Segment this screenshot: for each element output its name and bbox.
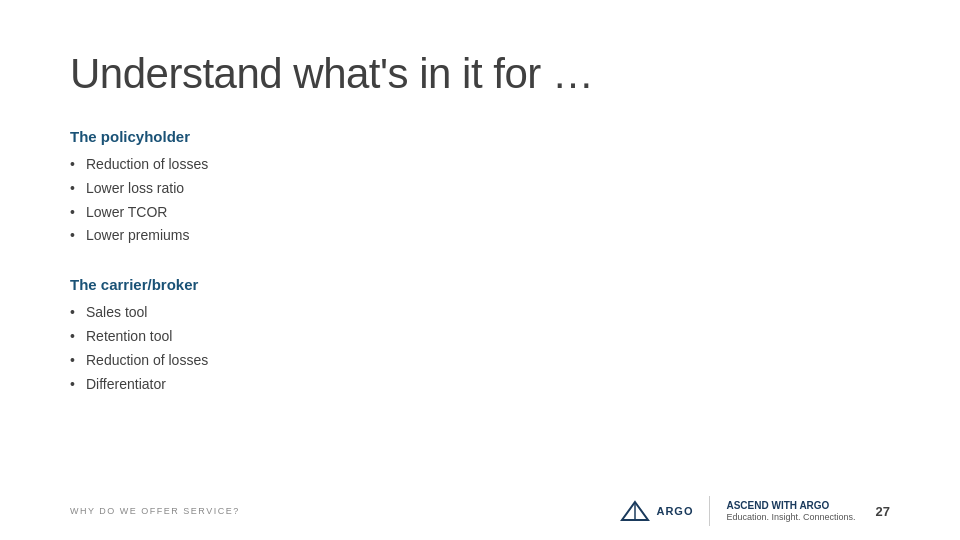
list-item: Retention tool — [70, 325, 890, 349]
carrier-broker-heading: The carrier/broker — [70, 276, 890, 293]
list-item: Differentiator — [70, 373, 890, 397]
page-number: 27 — [876, 504, 890, 519]
argo-logo: ARGO — [620, 500, 693, 522]
section-carrier-broker: The carrier/broker Sales tool Retention … — [70, 276, 890, 396]
list-item: Lower premiums — [70, 224, 890, 248]
ascend-title: ASCEND WITH ARGO — [726, 499, 855, 512]
ascend-subtitle: Education. Insight. Connections. — [726, 512, 855, 524]
footer-divider — [709, 496, 710, 526]
argo-logo-icon — [620, 500, 650, 522]
list-item: Reduction of losses — [70, 153, 890, 177]
slide-title: Understand what's in it for … — [70, 50, 890, 98]
footer-right: ARGO ASCEND WITH ARGO Education. Insight… — [620, 496, 890, 526]
slide-footer: WHY DO WE OFFER SERVICE? ARGO ASCEND WIT… — [0, 486, 960, 540]
footer-label: WHY DO WE OFFER SERVICE? — [70, 506, 240, 516]
policyholder-heading: The policyholder — [70, 128, 890, 145]
carrier-broker-bullet-list: Sales tool Retention tool Reduction of l… — [70, 301, 890, 396]
list-item: Lower TCOR — [70, 201, 890, 225]
list-item: Lower loss ratio — [70, 177, 890, 201]
slide: Understand what's in it for … The policy… — [0, 0, 960, 540]
list-item: Reduction of losses — [70, 349, 890, 373]
policyholder-bullet-list: Reduction of losses Lower loss ratio Low… — [70, 153, 890, 248]
section-policyholder: The policyholder Reduction of losses Low… — [70, 128, 890, 248]
slide-content: Understand what's in it for … The policy… — [0, 0, 960, 486]
list-item: Sales tool — [70, 301, 890, 325]
ascend-text-block: ASCEND WITH ARGO Education. Insight. Con… — [726, 499, 855, 524]
argo-text: ARGO — [656, 505, 693, 517]
